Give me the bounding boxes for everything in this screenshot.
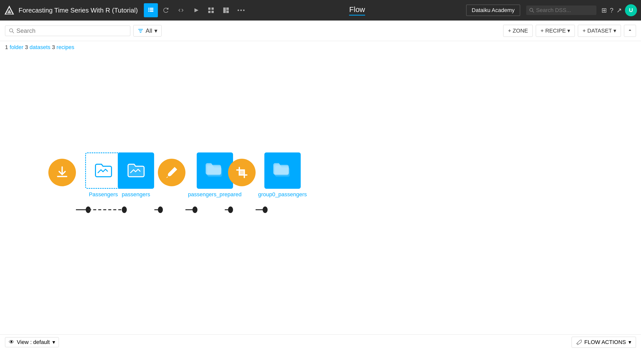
folder-blue-icon: [126, 161, 146, 181]
toolbar: All ▾ + ZONE + RECIPE ▾ + DATASET ▾: [0, 21, 641, 41]
node-recipe-crop[interactable]: [228, 159, 256, 186]
brush-icon: [164, 165, 179, 180]
node-passengers-dataset[interactable]: passengers: [118, 152, 154, 198]
svg-rect-5: [208, 11, 210, 13]
folder-outline-icon: [93, 161, 114, 181]
node-download[interactable]: [48, 159, 76, 186]
flow-actions-chevron: ▾: [628, 339, 631, 345]
nav-more-btn[interactable]: [234, 3, 248, 17]
nav-right-icons: ⊞ ? ↗ U: [601, 4, 637, 16]
svg-line-14: [532, 11, 534, 13]
svg-rect-9: [226, 11, 229, 13]
svg-point-15: [10, 29, 13, 32]
passengers-prepared-icon: [197, 152, 233, 189]
folder-multi-icon1: [205, 161, 225, 181]
nav-search-box[interactable]: [526, 6, 596, 15]
collapse-panel-button[interactable]: [624, 25, 636, 37]
recipe-chevron: ▾: [567, 28, 570, 34]
group0-passengers-label: group0_passengers: [258, 191, 307, 198]
datasets-link[interactable]: datasets: [30, 44, 50, 50]
svg-point-20: [122, 207, 127, 213]
filter-label: All: [146, 27, 152, 34]
filter-icon: [138, 28, 144, 34]
filter-button[interactable]: All ▾: [133, 25, 162, 37]
passengers-dataset-label: passengers: [122, 191, 150, 198]
grid-icon[interactable]: ⊞: [601, 7, 607, 14]
view-select-button[interactable]: 👁 View : default ▾: [5, 337, 59, 347]
download-icon-circle: [48, 159, 76, 186]
node-passengers-folder[interactable]: Passengers: [85, 152, 122, 198]
help-icon[interactable]: ?: [610, 7, 613, 14]
passengers-dataset-icon: [118, 152, 154, 189]
svg-point-18: [86, 207, 91, 213]
svg-rect-4: [211, 8, 214, 10]
crop-recipe-icon: [228, 159, 256, 186]
folder-count: 1: [5, 44, 8, 50]
eye-icon: 👁: [9, 339, 14, 345]
nav-flow-btn[interactable]: [144, 3, 158, 17]
add-dataset-label: + DATASET: [583, 28, 612, 34]
flow-search-box[interactable]: [5, 26, 130, 36]
project-title: Forecasting Time Series With R (Tutorial…: [19, 7, 138, 14]
flow-tab-label[interactable]: Flow: [349, 5, 365, 16]
dataset-chevron: ▾: [613, 28, 616, 34]
node-recipe-brush[interactable]: [158, 159, 185, 186]
nav-search-input[interactable]: [536, 7, 593, 14]
top-nav: Forecasting Time Series With R (Tutorial…: [0, 0, 641, 21]
crop-icon: [234, 165, 249, 180]
flow-search-input[interactable]: [16, 27, 127, 34]
svg-point-28: [263, 207, 268, 213]
datasets-count: 3: [25, 44, 28, 50]
flow-connections: [0, 54, 641, 349]
add-recipe-button[interactable]: + RECIPE ▾: [536, 25, 575, 37]
wrench-icon: [576, 339, 582, 345]
svg-point-10: [238, 10, 239, 11]
recipes-count: 3: [52, 44, 55, 50]
nav-table-btn[interactable]: [204, 3, 218, 17]
svg-point-24: [192, 207, 197, 213]
collapse-icon: [627, 28, 632, 33]
view-label: View : default: [17, 339, 50, 345]
flow-canvas: Passengers passengers: [0, 54, 641, 349]
svg-point-26: [228, 207, 233, 213]
svg-point-11: [240, 10, 242, 11]
nav-code-btn[interactable]: [174, 3, 188, 17]
academy-button[interactable]: Dataiku Academy: [466, 5, 520, 16]
flow-area: Passengers passengers: [0, 54, 641, 349]
view-chevron: ▾: [52, 339, 55, 345]
svg-point-12: [243, 10, 245, 11]
svg-point-13: [529, 8, 532, 11]
nav-search-icon: [529, 8, 534, 13]
brush-recipe-icon: [158, 159, 185, 186]
passengers-folder-label: Passengers: [89, 191, 118, 198]
passengers-prepared-label: passengers_prepared: [188, 191, 242, 198]
svg-rect-3: [208, 8, 210, 10]
flow-actions-button[interactable]: FLOW ACTIONS ▾: [572, 337, 636, 348]
add-zone-button[interactable]: + ZONE: [503, 25, 533, 37]
group0-passengers-icon: [264, 152, 301, 189]
add-dataset-button[interactable]: + DATASET ▾: [578, 25, 621, 37]
app-logo: [4, 5, 15, 16]
folder-multi-icon2: [272, 161, 292, 181]
nav-run-btn[interactable]: [189, 3, 203, 17]
download-icon: [55, 165, 70, 180]
search-icon: [9, 28, 14, 34]
recipes-link[interactable]: recipes: [57, 44, 74, 50]
svg-rect-6: [211, 11, 214, 13]
svg-line-16: [13, 32, 14, 33]
stats-bar: 1 folder 3 datasets 3 recipes: [0, 41, 641, 54]
analytics-icon[interactable]: ↗: [616, 7, 622, 14]
svg-rect-7: [223, 8, 226, 13]
user-avatar[interactable]: U: [625, 4, 637, 16]
nav-icons: [144, 3, 248, 17]
svg-rect-8: [226, 8, 229, 10]
flow-actions-label: FLOW ACTIONS: [584, 339, 626, 345]
node-group0-passengers[interactable]: group0_passengers: [258, 152, 307, 198]
nav-dashboard-btn[interactable]: [219, 3, 233, 17]
passengers-folder-icon: [85, 152, 122, 189]
add-recipe-label: + RECIPE: [541, 28, 566, 34]
folder-link[interactable]: folder: [10, 44, 23, 50]
nav-refresh-btn[interactable]: [159, 3, 173, 17]
filter-chevron: ▾: [154, 27, 157, 34]
svg-point-22: [158, 207, 163, 213]
